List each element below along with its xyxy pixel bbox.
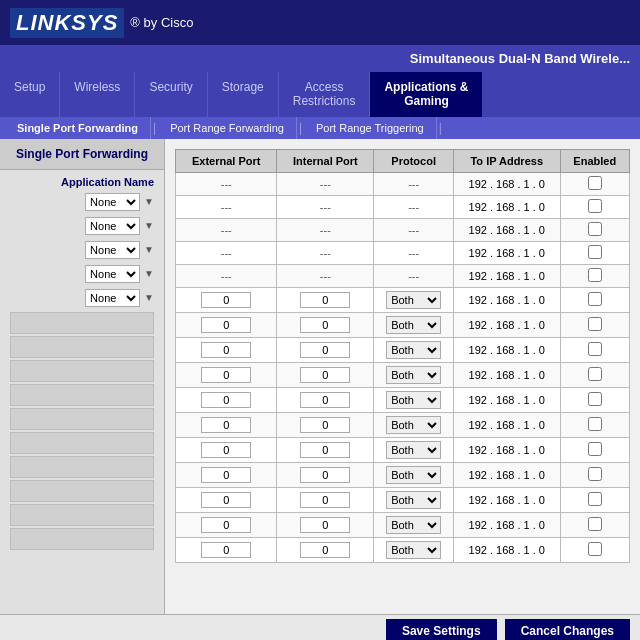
sub-nav-single-port[interactable]: Single Port Forwarding	[5, 117, 151, 139]
ext-port-cell[interactable]	[176, 512, 277, 537]
ext-port-cell[interactable]	[176, 387, 277, 412]
int-port-cell[interactable]	[277, 337, 374, 362]
enabled-checkbox[interactable]	[588, 367, 602, 381]
int-port-cell[interactable]	[277, 487, 374, 512]
tab-applications-gaming[interactable]: Applications &Gaming	[370, 72, 482, 117]
int-port-input[interactable]	[300, 442, 350, 458]
enabled-checkbox[interactable]	[588, 417, 602, 431]
int-port-cell[interactable]	[277, 287, 374, 312]
ext-port-input[interactable]	[201, 442, 251, 458]
ext-port-cell[interactable]	[176, 462, 277, 487]
protocol-select[interactable]: BothTCPUDP	[386, 541, 441, 559]
int-port-cell[interactable]	[277, 462, 374, 487]
ext-port-input[interactable]	[201, 367, 251, 383]
enabled-cell[interactable]	[560, 241, 630, 264]
ext-port-input[interactable]	[201, 492, 251, 508]
protocol-cell[interactable]: BothTCPUDP	[374, 362, 454, 387]
int-port-input[interactable]	[300, 292, 350, 308]
enabled-cell[interactable]	[560, 195, 630, 218]
sidebar-app-select-5[interactable]: None	[85, 289, 140, 307]
enabled-checkbox[interactable]	[588, 268, 602, 282]
enabled-cell[interactable]	[560, 537, 630, 562]
int-port-cell[interactable]	[277, 362, 374, 387]
sidebar-app-select-4[interactable]: None	[85, 265, 140, 283]
ext-port-input[interactable]	[201, 517, 251, 533]
int-port-cell[interactable]	[277, 537, 374, 562]
int-port-cell[interactable]	[277, 412, 374, 437]
ext-port-cell[interactable]	[176, 337, 277, 362]
enabled-checkbox[interactable]	[588, 292, 602, 306]
int-port-input[interactable]	[300, 392, 350, 408]
ext-port-input[interactable]	[201, 542, 251, 558]
save-settings-button[interactable]: Save Settings	[386, 619, 497, 640]
int-port-input[interactable]	[300, 492, 350, 508]
ext-port-cell[interactable]	[176, 437, 277, 462]
protocol-select[interactable]: BothTCPUDP	[386, 366, 441, 384]
int-port-cell[interactable]	[277, 437, 374, 462]
enabled-cell[interactable]	[560, 218, 630, 241]
protocol-cell[interactable]: BothTCPUDP	[374, 287, 454, 312]
enabled-checkbox[interactable]	[588, 199, 602, 213]
sidebar-app-select-1[interactable]: None	[85, 193, 140, 211]
enabled-cell[interactable]	[560, 337, 630, 362]
int-port-input[interactable]	[300, 517, 350, 533]
tab-access-restrictions[interactable]: AccessRestrictions	[279, 72, 371, 117]
ext-port-cell[interactable]	[176, 537, 277, 562]
protocol-select[interactable]: BothTCPUDP	[386, 491, 441, 509]
tab-storage[interactable]: Storage	[208, 72, 279, 117]
int-port-input[interactable]	[300, 542, 350, 558]
enabled-cell[interactable]	[560, 412, 630, 437]
enabled-cell[interactable]	[560, 487, 630, 512]
protocol-select[interactable]: BothTCPUDP	[386, 516, 441, 534]
enabled-cell[interactable]	[560, 287, 630, 312]
enabled-checkbox[interactable]	[588, 492, 602, 506]
enabled-checkbox[interactable]	[588, 222, 602, 236]
enabled-checkbox[interactable]	[588, 442, 602, 456]
protocol-cell[interactable]: BothTCPUDP	[374, 487, 454, 512]
int-port-cell[interactable]	[277, 512, 374, 537]
int-port-cell[interactable]	[277, 387, 374, 412]
enabled-cell[interactable]	[560, 172, 630, 195]
sidebar-app-select-2[interactable]: None	[85, 217, 140, 235]
protocol-cell[interactable]: BothTCPUDP	[374, 312, 454, 337]
ext-port-input[interactable]	[201, 392, 251, 408]
enabled-checkbox[interactable]	[588, 317, 602, 331]
enabled-checkbox[interactable]	[588, 176, 602, 190]
enabled-cell[interactable]	[560, 312, 630, 337]
protocol-cell[interactable]: BothTCPUDP	[374, 437, 454, 462]
protocol-cell[interactable]: BothTCPUDP	[374, 387, 454, 412]
enabled-checkbox[interactable]	[588, 392, 602, 406]
protocol-select[interactable]: BothTCPUDP	[386, 391, 441, 409]
cancel-changes-button[interactable]: Cancel Changes	[505, 619, 630, 640]
int-port-cell[interactable]	[277, 312, 374, 337]
ext-port-input[interactable]	[201, 317, 251, 333]
ext-port-input[interactable]	[201, 417, 251, 433]
enabled-cell[interactable]	[560, 512, 630, 537]
protocol-cell[interactable]: BothTCPUDP	[374, 412, 454, 437]
ext-port-input[interactable]	[201, 342, 251, 358]
enabled-checkbox[interactable]	[588, 517, 602, 531]
sub-nav-port-range[interactable]: Port Range Forwarding	[158, 117, 297, 139]
enabled-cell[interactable]	[560, 362, 630, 387]
sub-nav-port-trigger[interactable]: Port Range Triggering	[304, 117, 437, 139]
protocol-cell[interactable]: BothTCPUDP	[374, 462, 454, 487]
protocol-select[interactable]: BothTCPUDP	[386, 291, 441, 309]
enabled-cell[interactable]	[560, 264, 630, 287]
protocol-cell[interactable]: BothTCPUDP	[374, 537, 454, 562]
enabled-cell[interactable]	[560, 462, 630, 487]
int-port-input[interactable]	[300, 367, 350, 383]
protocol-select[interactable]: BothTCPUDP	[386, 466, 441, 484]
int-port-input[interactable]	[300, 317, 350, 333]
protocol-cell[interactable]: BothTCPUDP	[374, 512, 454, 537]
ext-port-cell[interactable]	[176, 487, 277, 512]
ext-port-cell[interactable]	[176, 362, 277, 387]
enabled-cell[interactable]	[560, 437, 630, 462]
protocol-select[interactable]: BothTCPUDP	[386, 316, 441, 334]
tab-wireless[interactable]: Wireless	[60, 72, 135, 117]
tab-security[interactable]: Security	[135, 72, 207, 117]
protocol-select[interactable]: BothTCPUDP	[386, 341, 441, 359]
enabled-checkbox[interactable]	[588, 542, 602, 556]
enabled-checkbox[interactable]	[588, 467, 602, 481]
int-port-input[interactable]	[300, 342, 350, 358]
enabled-cell[interactable]	[560, 387, 630, 412]
